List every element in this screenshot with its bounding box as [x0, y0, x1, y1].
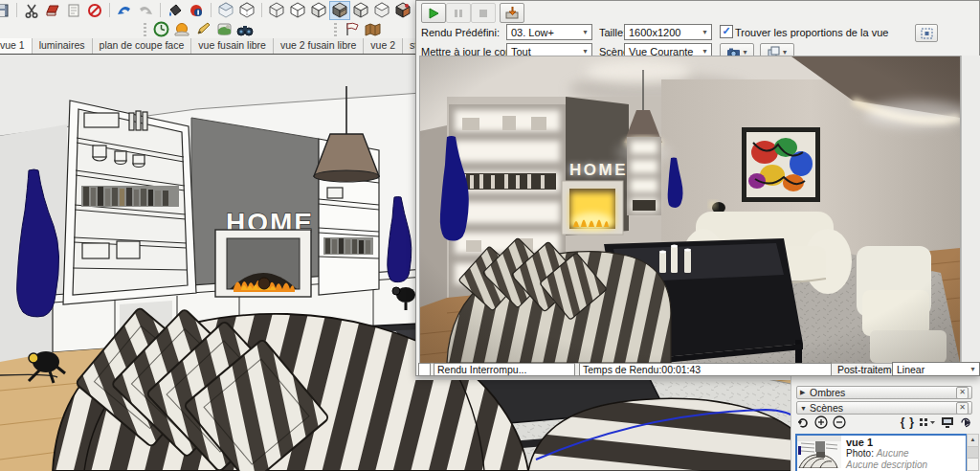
ombres-panel-header[interactable]: ▶ Ombres ✕	[796, 386, 972, 399]
scene-list-scrollbar[interactable]: ▲	[967, 434, 979, 471]
style-shaded-icon[interactable]	[309, 2, 328, 19]
shadows-sun-icon[interactable]	[172, 21, 191, 38]
render-status-bar: Rendu Interrompu... Temps de Rendu:00:01…	[416, 363, 980, 377]
collapse-arrow-icon: ▶	[800, 389, 810, 396]
fit-view-icon	[921, 28, 933, 39]
style-back-edges-icon[interactable]	[237, 2, 256, 19]
fit-proportions-checkbox[interactable]: ✓	[720, 25, 733, 38]
styles-icon[interactable]	[214, 21, 234, 38]
add-scene-icon[interactable]	[814, 415, 828, 430]
preset-select[interactable]: 03. Low+▾	[506, 24, 592, 40]
scenes-toolbar: { }	[796, 415, 972, 430]
style-hidden-line-icon[interactable]	[288, 2, 307, 19]
ombres-title: Ombres	[810, 387, 956, 398]
scenes-panel-header[interactable]: ▼ Scènes ✕	[796, 401, 972, 415]
scene-thumbnail	[797, 436, 841, 468]
size-select[interactable]: 1600x1200▾	[624, 24, 712, 40]
style-wireframe-icon[interactable]	[267, 2, 286, 19]
scene-item-photo-label: Photo:	[846, 448, 874, 459]
brace-left-icon[interactable]: {	[901, 415, 905, 430]
model-info-icon[interactable]	[187, 2, 206, 19]
grid-options-icon[interactable]	[919, 415, 936, 430]
tab-vue-fusain-libre[interactable]: vue fusain libre	[191, 38, 274, 54]
status-render-time: Temps de Rendu:00:01:43	[579, 363, 832, 376]
post-processing-select[interactable]: Linear▾	[892, 362, 980, 376]
cancel-icon[interactable]	[85, 2, 104, 19]
size-label: Taille:	[599, 27, 626, 38]
scenes-close-icon[interactable]: ✕	[956, 402, 969, 415]
tab-vue-1[interactable]: vue 1	[0, 38, 33, 54]
tab-vue-2[interactable]: vue 2	[364, 38, 403, 54]
time-icon[interactable]	[151, 21, 170, 38]
map-icon[interactable]	[363, 21, 382, 38]
ombres-close-icon[interactable]: ✕	[956, 387, 969, 399]
render-play-button[interactable]	[421, 3, 446, 23]
scene-list-item-vue-1[interactable]: vue 1 Photo: Aucune Aucune description	[795, 434, 968, 471]
texture-icon[interactable]	[393, 2, 412, 19]
remove-scene-icon[interactable]	[833, 415, 846, 430]
render-dialog: Rendu Prédéfini: 03. Low+▾ Taille: 1600x…	[415, 0, 980, 376]
undo-icon[interactable]	[115, 2, 134, 19]
expand-arrow-icon: ▼	[800, 405, 810, 412]
render-image-margin	[961, 56, 980, 364]
display-icon[interactable]	[941, 415, 954, 430]
left-shelf-unit	[63, 101, 196, 304]
tab-plan-de-coupe-face[interactable]: plan de coupe face	[93, 38, 192, 54]
fireplace	[215, 230, 311, 297]
right-tray: ▶ Ombres ✕ ▼ Scènes ✕ { } vue 1 Photo: A…	[791, 376, 980, 471]
scene-item-title: vue 1	[846, 437, 927, 448]
play-scene-icon[interactable]	[959, 415, 972, 430]
save-icon[interactable]	[0, 2, 11, 19]
fit-proportions-label: Trouver les proportions de la vue	[735, 27, 888, 38]
flag-icon[interactable]	[342, 21, 361, 38]
scene-item-photo-value: Aucune	[877, 448, 909, 459]
scroll-up-icon[interactable]: ▲	[968, 435, 978, 447]
preset-label: Rendu Prédéfini:	[421, 27, 500, 38]
style-monochrome-icon[interactable]	[351, 2, 370, 19]
sketchup-window: { "tabs": { "items": ["vue 1","luminaire…	[0, 0, 980, 471]
refresh-icon[interactable]	[796, 415, 810, 430]
scissors-icon[interactable]	[22, 2, 41, 19]
style-textured-icon[interactable]	[330, 2, 349, 19]
tab-vue-2-fusain-libre[interactable]: vue 2 fusain libre	[274, 38, 364, 54]
status-message: Rendu Interrompu...	[434, 363, 575, 376]
style-xray-icon[interactable]	[216, 2, 235, 19]
redo-icon[interactable]	[136, 2, 155, 19]
render-stop-button[interactable]	[471, 3, 496, 23]
binoculars-icon[interactable]	[235, 21, 255, 38]
brace-right-icon[interactable]: }	[909, 415, 914, 430]
scene-item-description: Aucune description	[846, 460, 927, 471]
eraser-icon[interactable]	[43, 2, 62, 19]
status-color-well	[418, 363, 431, 376]
scenes-title: Scènes	[810, 402, 956, 414]
books-row	[81, 186, 179, 207]
render-pause-button[interactable]	[446, 3, 471, 23]
style-extra-icon[interactable]	[372, 2, 391, 19]
fit-view-button[interactable]	[915, 24, 938, 42]
tab-luminaires[interactable]: luminaires	[33, 38, 93, 54]
sketchy-pencil-icon[interactable]	[193, 21, 212, 38]
paste-icon[interactable]	[64, 2, 83, 19]
render-save-button[interactable]	[500, 3, 524, 23]
render-preview-image: HOME HOME	[419, 56, 961, 364]
paint-bucket-icon[interactable]	[166, 2, 185, 19]
